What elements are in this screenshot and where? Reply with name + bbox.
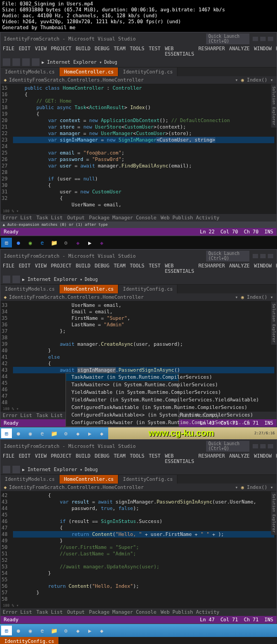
editor-tabs[interactable]: IdentityModels.cs HomeController.cs Iden… bbox=[1, 285, 276, 293]
tab-homecontroller[interactable]: HomeController.cs bbox=[60, 68, 118, 76]
nav-back-icon[interactable] bbox=[3, 58, 10, 66]
taskbar-2[interactable]: ⊞ ●◉e📁⚙◆▶◆ bbox=[0, 427, 108, 439]
taskbar-3[interactable]: ⊞ ●◉e📁⚙◆▶◆ bbox=[0, 624, 277, 637]
save-all-icon[interactable] bbox=[32, 58, 39, 66]
titlebar: IdentityFromScratch - Microsoft Visual S… bbox=[1, 32, 276, 45]
vs-window-2: IdentityFromScratch - Microsoft Visual S… bbox=[0, 249, 277, 427]
intellisense-popup[interactable]: TaskAwaiter (in System.Runtime.CompilerS… bbox=[65, 373, 179, 427]
breadcrumb[interactable]: ◆ IdentityFromScratch.Controllers.HomeCo… bbox=[1, 76, 276, 84]
statusbar: Ready Ln 22 Col 70 Ch 70 INS bbox=[1, 228, 276, 236]
titlebar: IdentityFromScratch - Microsoft Visual S… bbox=[1, 250, 276, 263]
editor-tabs[interactable]: IdentityModels.cs HomeController.cs Iden… bbox=[1, 68, 276, 76]
tab-identitymodels[interactable]: IdentityModels.cs bbox=[1, 68, 60, 76]
code-editor-1[interactable]: 151617181920212223242526272829303132 pub… bbox=[1, 84, 276, 209]
code-editor-2[interactable]: 33343536373839404142434445464748 UserNam… bbox=[1, 301, 276, 406]
taskbar-1[interactable]: ⊞ ● ◉ e 📁 ⚙ ◆ ▶ ◆ bbox=[0, 236, 277, 249]
toolbar[interactable]: ▶ Internet Explorer ▾ Debug bbox=[1, 57, 276, 68]
window-controls[interactable] bbox=[253, 37, 273, 41]
toolbar[interactable]: ▶ Internet Explorer ▾ Debug bbox=[1, 274, 276, 285]
watermark: www.cg-ku.com bbox=[108, 428, 254, 438]
class-icon: ◆ bbox=[4, 77, 6, 83]
vs-window-3: IdentityFromScratch - Microsoft Visual S… bbox=[0, 439, 277, 624]
tab-identityconfig[interactable]: IdentityConfig.cs bbox=[118, 68, 177, 76]
quick-launch[interactable]: Quick Launch (Ctrl+Q) bbox=[206, 33, 249, 44]
video-metadata: File: 0302_Signing in Users.mp4 Size: 68… bbox=[0, 0, 277, 32]
tab-identityconfig-big[interactable]: IdentityConfig.cs bbox=[0, 637, 58, 644]
intellisense-item[interactable]: TaskAwaiter (in System.Runtime.CompilerS… bbox=[66, 373, 179, 381]
code-content[interactable]: public class HomeController : Controller… bbox=[11, 84, 276, 209]
vs-window-1: IdentityFromScratch - Microsoft Visual S… bbox=[0, 32, 277, 236]
output-tabs[interactable]: Error ListTask ListOutputPackage Manager… bbox=[1, 214, 276, 222]
menubar[interactable]: FILEEDITVIEWPROJECTBUILDDEBUGTEAMTOOLSTE… bbox=[1, 45, 276, 57]
breadcrumb[interactable]: ◆IdentityFromScratch.Controllers.HomeCon… bbox=[1, 293, 276, 301]
vs-window-4-zoom: IdentityConfig.cs 🔶IdentityFromScratch.C… bbox=[0, 637, 277, 644]
nav-fwd-icon[interactable] bbox=[12, 58, 20, 66]
line-numbers: 151617181920212223242526272829303132 bbox=[1, 84, 11, 209]
method-icon: ◉ bbox=[241, 77, 243, 83]
app-title: IdentityFromScratch - Microsoft Visual S… bbox=[4, 36, 136, 42]
save-icon[interactable] bbox=[22, 58, 30, 66]
solution-explorer-tab[interactable]: Solution Explorer bbox=[271, 84, 276, 128]
menubar[interactable]: FILEEDITVIEWPROJECTBUILDDEBUGTEAMTOOLSTE… bbox=[1, 263, 276, 274]
code-editor-3[interactable]: 4243444546474849505152535455565758 { var… bbox=[1, 492, 276, 603]
